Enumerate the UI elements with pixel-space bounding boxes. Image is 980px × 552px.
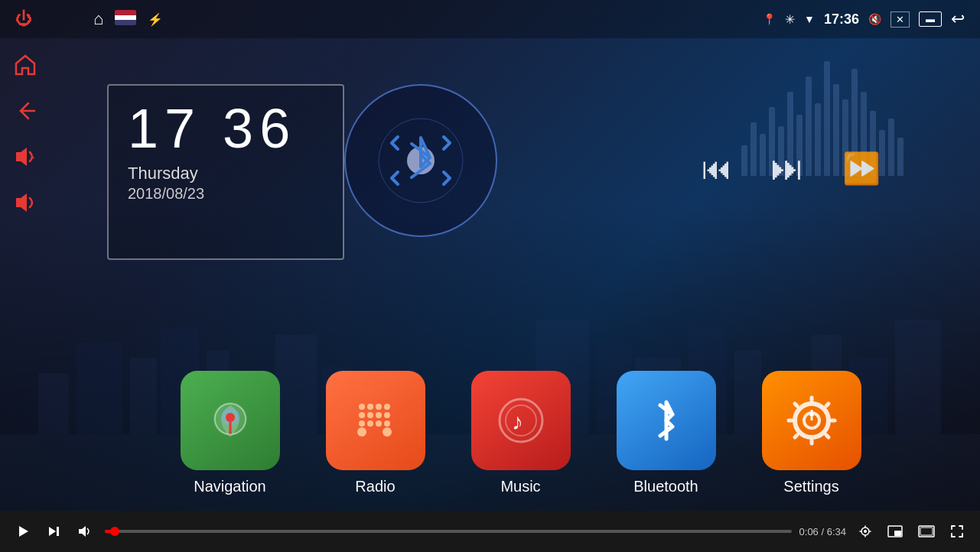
settings-svg — [781, 390, 842, 451]
svg-point-32 — [229, 431, 232, 434]
progress-bar[interactable] — [105, 530, 792, 533]
close-icon[interactable]: ✕ — [890, 11, 910, 28]
wifi-icon: ▼ — [804, 13, 815, 25]
bluetooth-logo-svg — [375, 115, 467, 206]
fullscreen-btn[interactable] — [946, 521, 969, 541]
svg-marker-18 — [16, 56, 34, 74]
clock-time: 17 36 — [128, 101, 324, 156]
bluetooth-app-svg — [636, 390, 697, 451]
svg-point-37 — [359, 412, 365, 418]
radio-svg — [345, 390, 406, 451]
app-navigation[interactable]: Navigation — [181, 371, 280, 495]
svg-line-58 — [826, 435, 829, 437]
settings-icon-bg — [762, 371, 861, 470]
video-volume-button[interactable] — [73, 521, 97, 541]
prev-button[interactable]: ⏮ — [702, 151, 732, 186]
settings-video-btn[interactable] — [854, 521, 877, 541]
svg-point-42 — [367, 420, 373, 427]
svg-marker-63 — [19, 526, 28, 537]
svg-line-59 — [795, 435, 797, 437]
play-icon — [16, 524, 30, 538]
clock-date: 2018/08/23 — [128, 185, 324, 203]
mute-icon[interactable]: 🔇 — [868, 13, 881, 25]
clock-day: Thursday — [128, 164, 324, 183]
music-label: Music — [500, 478, 540, 495]
svg-rect-74 — [894, 531, 901, 536]
navigation-label: Navigation — [194, 478, 266, 495]
status-right-icons: 📍 ✳ ▼ 17:36 🔇 ✕ ▬ ↩ — [763, 9, 965, 29]
svg-point-43 — [376, 420, 382, 427]
app-bluetooth[interactable]: Bluetooth — [617, 371, 716, 495]
svg-point-33 — [359, 404, 365, 410]
bluetooth-circle[interactable] — [344, 84, 497, 237]
svg-point-40 — [384, 412, 390, 418]
navigation-svg — [200, 390, 261, 451]
svg-point-44 — [384, 420, 390, 427]
status-time: 17:36 — [824, 11, 859, 28]
back-icon[interactable]: ↩ — [951, 9, 965, 29]
time-display: 0:06 / 6:34 — [799, 526, 846, 537]
sidebar: + - — [0, 38, 50, 511]
gear-icon — [858, 524, 872, 538]
svg-point-30 — [226, 413, 235, 422]
svg-text:♪: ♪ — [512, 409, 523, 434]
bluetooth-status-icon: ✳ — [785, 12, 795, 27]
next-button[interactable]: ⏩ — [842, 151, 881, 187]
svg-point-45 — [357, 427, 366, 437]
car-screen: ⏻ ⌂ ⚡ 📍 ✳ ▼ 17:36 🔇 ✕ ▬ ↩ — [0, 0, 980, 511]
video-controls-bar: 0:06 / 6:34 — [0, 511, 980, 552]
app-music[interactable]: ♪ Music — [471, 371, 571, 495]
svg-marker-64 — [49, 527, 56, 536]
svg-point-68 — [864, 530, 867, 533]
svg-marker-23 — [16, 193, 27, 212]
power-icon[interactable]: ⏻ — [15, 9, 32, 29]
svg-text:-: - — [31, 200, 34, 207]
volume-icon — [77, 524, 93, 538]
progress-dot — [110, 527, 119, 536]
sidebar-back-btn[interactable] — [10, 96, 41, 126]
video-skip-button[interactable] — [42, 521, 65, 541]
svg-point-38 — [367, 412, 373, 418]
app-settings[interactable]: Settings — [762, 371, 861, 495]
navigation-icon — [181, 371, 280, 470]
skip-icon — [47, 524, 60, 538]
radio-label: Radio — [355, 478, 395, 495]
video-container: ⏻ ⌂ ⚡ 📍 ✳ ▼ 17:36 🔇 ✕ ▬ ↩ — [0, 0, 980, 552]
svg-point-34 — [367, 404, 373, 410]
svg-point-46 — [383, 427, 392, 437]
svg-marker-20 — [16, 148, 27, 166]
usb-icon: ⚡ — [148, 12, 163, 27]
apps-row: Navigation Radio — [84, 371, 957, 495]
play-pause-button[interactable]: ⏭ — [770, 149, 804, 187]
fullscreen-icon — [950, 524, 964, 538]
bluetooth-app-icon — [617, 371, 716, 470]
theater-mode-btn[interactable] — [913, 522, 939, 541]
svg-line-60 — [826, 404, 829, 406]
flag-icon — [115, 10, 136, 28]
svg-point-39 — [376, 412, 382, 418]
app-radio[interactable]: Radio — [326, 371, 425, 495]
sidebar-home-btn[interactable] — [10, 50, 41, 80]
clock-widget: 17 36 Thursday 2018/08/23 — [107, 84, 344, 260]
radio-icon-bg — [326, 371, 425, 470]
svg-line-57 — [795, 404, 797, 406]
svg-text:+: + — [31, 154, 35, 161]
sidebar-vol-up-btn[interactable]: + — [10, 141, 41, 172]
music-svg: ♪ — [490, 390, 552, 451]
video-play-button[interactable] — [11, 521, 34, 541]
svg-point-41 — [359, 420, 365, 427]
svg-marker-66 — [79, 526, 86, 537]
svg-point-36 — [384, 404, 390, 410]
video-right-controls — [854, 521, 969, 541]
settings-label: Settings — [783, 478, 838, 495]
battery-icon: ▬ — [919, 11, 942, 27]
status-left-icons: ⏻ ⌂ ⚡ — [15, 9, 163, 29]
theater-icon — [918, 525, 935, 537]
miniplayer-btn[interactable] — [883, 522, 907, 541]
status-bar: ⏻ ⌂ ⚡ 📍 ✳ ▼ 17:36 🔇 ✕ ▬ ↩ — [0, 0, 980, 38]
playback-controls: ⏮ ⏭ ⏩ — [702, 149, 881, 187]
svg-point-35 — [376, 404, 382, 410]
sidebar-vol-down-btn[interactable]: - — [10, 187, 41, 218]
svg-rect-65 — [57, 527, 59, 536]
home-icon-top[interactable]: ⌂ — [93, 9, 103, 29]
